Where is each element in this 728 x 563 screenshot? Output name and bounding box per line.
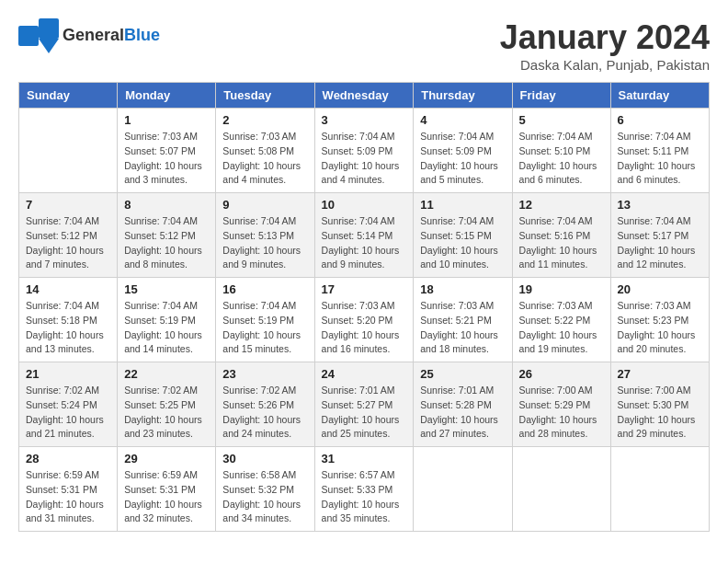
location: Daska Kalan, Punjab, Pakistan xyxy=(500,57,710,73)
day-info: Sunrise: 7:01 AM Sunset: 5:27 PM Dayligh… xyxy=(322,384,407,442)
day-info: Sunrise: 6:58 AM Sunset: 5:32 PM Dayligh… xyxy=(222,468,307,526)
day-number: 10 xyxy=(322,198,407,212)
svg-rect-1 xyxy=(39,18,59,39)
day-number: 1 xyxy=(124,113,209,127)
calendar-table: SundayMondayTuesdayWednesdayThursdayFrid… xyxy=(18,82,710,532)
calendar-cell: 21Sunrise: 7:02 AM Sunset: 5:24 PM Dayli… xyxy=(19,362,118,447)
page-header: GeneralBlue January 2024 Daska Kalan, Pu… xyxy=(18,18,710,73)
day-header-friday: Friday xyxy=(512,83,610,109)
day-info: Sunrise: 7:04 AM Sunset: 5:19 PM Dayligh… xyxy=(124,299,209,357)
calendar-cell: 12Sunrise: 7:04 AM Sunset: 5:16 PM Dayli… xyxy=(512,193,610,278)
day-info: Sunrise: 7:03 AM Sunset: 5:07 PM Dayligh… xyxy=(124,130,209,188)
day-info: Sunrise: 7:04 AM Sunset: 5:12 PM Dayligh… xyxy=(26,214,110,272)
calendar-cell: 28Sunrise: 6:59 AM Sunset: 5:31 PM Dayli… xyxy=(19,447,118,532)
calendar-cell: 11Sunrise: 7:04 AM Sunset: 5:15 PM Dayli… xyxy=(414,193,512,278)
calendar-cell: 25Sunrise: 7:01 AM Sunset: 5:28 PM Dayli… xyxy=(414,362,512,447)
calendar-cell: 4Sunrise: 7:04 AM Sunset: 5:09 PM Daylig… xyxy=(414,109,512,193)
day-number: 6 xyxy=(618,113,702,127)
month-title: January 2024 xyxy=(500,18,710,57)
day-number: 30 xyxy=(222,452,307,465)
day-info: Sunrise: 6:57 AM Sunset: 5:33 PM Dayligh… xyxy=(322,468,407,526)
day-info: Sunrise: 7:03 AM Sunset: 5:22 PM Dayligh… xyxy=(519,299,604,357)
day-info: Sunrise: 7:04 AM Sunset: 5:15 PM Dayligh… xyxy=(420,214,505,272)
day-info: Sunrise: 7:04 AM Sunset: 5:11 PM Dayligh… xyxy=(618,130,702,188)
logo-icon xyxy=(18,18,59,53)
day-header-tuesday: Tuesday xyxy=(216,83,314,109)
calendar-body: 1Sunrise: 7:03 AM Sunset: 5:07 PM Daylig… xyxy=(19,109,710,532)
calendar-week-4: 21Sunrise: 7:02 AM Sunset: 5:24 PM Dayli… xyxy=(19,362,710,447)
logo-general: GeneralBlue xyxy=(63,27,160,45)
svg-rect-0 xyxy=(18,26,39,46)
calendar-cell: 20Sunrise: 7:03 AM Sunset: 5:23 PM Dayli… xyxy=(610,278,709,362)
calendar-cell: 27Sunrise: 7:00 AM Sunset: 5:30 PM Dayli… xyxy=(610,362,709,447)
day-number: 12 xyxy=(519,198,604,212)
day-info: Sunrise: 7:04 AM Sunset: 5:09 PM Dayligh… xyxy=(420,130,505,188)
day-number: 4 xyxy=(420,113,505,127)
day-info: Sunrise: 7:04 AM Sunset: 5:18 PM Dayligh… xyxy=(26,299,110,357)
calendar-cell xyxy=(414,447,512,532)
day-number: 13 xyxy=(618,198,702,212)
day-info: Sunrise: 7:00 AM Sunset: 5:29 PM Dayligh… xyxy=(519,384,604,442)
day-info: Sunrise: 7:04 AM Sunset: 5:16 PM Dayligh… xyxy=(519,214,604,272)
day-number: 5 xyxy=(519,113,604,127)
calendar-cell xyxy=(512,447,610,532)
calendar-cell: 10Sunrise: 7:04 AM Sunset: 5:14 PM Dayli… xyxy=(314,193,414,278)
day-number: 2 xyxy=(222,113,307,127)
day-info: Sunrise: 7:04 AM Sunset: 5:13 PM Dayligh… xyxy=(222,214,307,272)
logo: GeneralBlue xyxy=(18,18,160,53)
day-info: Sunrise: 7:04 AM Sunset: 5:19 PM Dayligh… xyxy=(222,299,307,357)
day-number: 22 xyxy=(124,367,209,381)
day-number: 19 xyxy=(519,282,604,296)
day-info: Sunrise: 7:03 AM Sunset: 5:21 PM Dayligh… xyxy=(420,299,505,357)
day-number: 29 xyxy=(124,452,209,465)
calendar-cell: 31Sunrise: 6:57 AM Sunset: 5:33 PM Dayli… xyxy=(314,447,414,532)
day-number: 8 xyxy=(124,198,209,212)
day-header-wednesday: Wednesday xyxy=(314,83,414,109)
day-info: Sunrise: 7:04 AM Sunset: 5:10 PM Dayligh… xyxy=(519,130,604,188)
calendar-cell: 23Sunrise: 7:02 AM Sunset: 5:26 PM Dayli… xyxy=(216,362,314,447)
calendar-week-5: 28Sunrise: 6:59 AM Sunset: 5:31 PM Dayli… xyxy=(19,447,710,532)
calendar-cell: 8Sunrise: 7:04 AM Sunset: 5:12 PM Daylig… xyxy=(118,193,216,278)
day-number: 18 xyxy=(420,282,505,296)
day-info: Sunrise: 7:02 AM Sunset: 5:25 PM Dayligh… xyxy=(124,384,209,442)
day-number: 15 xyxy=(124,282,209,296)
calendar-cell: 14Sunrise: 7:04 AM Sunset: 5:18 PM Dayli… xyxy=(19,278,118,362)
calendar-cell: 2Sunrise: 7:03 AM Sunset: 5:08 PM Daylig… xyxy=(216,109,314,193)
calendar-cell: 9Sunrise: 7:04 AM Sunset: 5:13 PM Daylig… xyxy=(216,193,314,278)
day-number: 20 xyxy=(618,282,702,296)
calendar-cell: 3Sunrise: 7:04 AM Sunset: 5:09 PM Daylig… xyxy=(314,109,414,193)
day-number: 24 xyxy=(322,367,407,381)
day-number: 14 xyxy=(26,282,110,296)
day-info: Sunrise: 6:59 AM Sunset: 5:31 PM Dayligh… xyxy=(26,468,110,526)
day-info: Sunrise: 7:04 AM Sunset: 5:12 PM Dayligh… xyxy=(124,214,209,272)
day-header-thursday: Thursday xyxy=(414,83,512,109)
day-number: 25 xyxy=(420,367,505,381)
day-info: Sunrise: 7:00 AM Sunset: 5:30 PM Dayligh… xyxy=(618,384,702,442)
day-number: 27 xyxy=(618,367,702,381)
calendar-cell: 17Sunrise: 7:03 AM Sunset: 5:20 PM Dayli… xyxy=(314,278,414,362)
day-info: Sunrise: 7:01 AM Sunset: 5:28 PM Dayligh… xyxy=(420,384,505,442)
day-info: Sunrise: 7:04 AM Sunset: 5:14 PM Dayligh… xyxy=(322,214,407,272)
calendar-cell: 26Sunrise: 7:00 AM Sunset: 5:29 PM Dayli… xyxy=(512,362,610,447)
day-number: 28 xyxy=(26,452,110,465)
day-number: 31 xyxy=(322,452,407,465)
calendar-cell: 18Sunrise: 7:03 AM Sunset: 5:21 PM Dayli… xyxy=(414,278,512,362)
calendar-cell xyxy=(610,447,709,532)
calendar-week-3: 14Sunrise: 7:04 AM Sunset: 5:18 PM Dayli… xyxy=(19,278,710,362)
calendar-cell: 16Sunrise: 7:04 AM Sunset: 5:19 PM Dayli… xyxy=(216,278,314,362)
day-number: 7 xyxy=(26,198,110,212)
day-header-sunday: Sunday xyxy=(19,83,118,109)
day-number: 21 xyxy=(26,367,110,381)
day-header-monday: Monday xyxy=(118,83,216,109)
day-info: Sunrise: 7:03 AM Sunset: 5:23 PM Dayligh… xyxy=(618,299,702,357)
day-number: 9 xyxy=(222,198,307,212)
calendar-cell: 1Sunrise: 7:03 AM Sunset: 5:07 PM Daylig… xyxy=(118,109,216,193)
calendar-week-1: 1Sunrise: 7:03 AM Sunset: 5:07 PM Daylig… xyxy=(19,109,710,193)
day-info: Sunrise: 7:02 AM Sunset: 5:26 PM Dayligh… xyxy=(222,384,307,442)
calendar-cell: 24Sunrise: 7:01 AM Sunset: 5:27 PM Dayli… xyxy=(314,362,414,447)
calendar-cell: 29Sunrise: 6:59 AM Sunset: 5:31 PM Dayli… xyxy=(118,447,216,532)
day-number: 17 xyxy=(322,282,407,296)
calendar-cell: 13Sunrise: 7:04 AM Sunset: 5:17 PM Dayli… xyxy=(610,193,709,278)
title-block: January 2024 Daska Kalan, Punjab, Pakist… xyxy=(500,18,710,73)
day-info: Sunrise: 7:04 AM Sunset: 5:09 PM Dayligh… xyxy=(322,130,407,188)
